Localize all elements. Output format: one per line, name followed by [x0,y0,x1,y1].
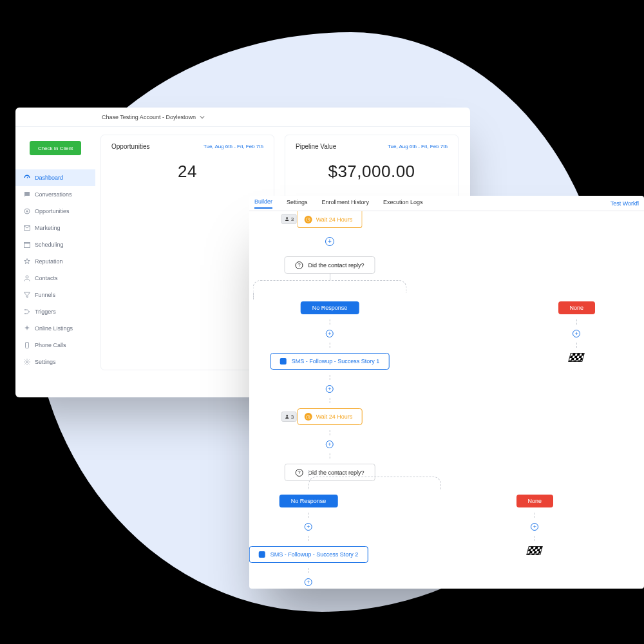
sidebar-item-label: Opportunities [35,208,70,214]
sidebar-item-label: Marketing [35,225,61,231]
svg-point-5 [24,309,26,310]
branch-none[interactable]: None [516,495,554,507]
svg-rect-8 [26,343,29,348]
sidebar-item-phone-calls[interactable]: Phone Calls [15,337,95,354]
branch-icon [23,308,31,316]
target-icon [23,207,31,215]
sidebar-item-marketing[interactable]: Marketing [15,220,95,236]
workflow-canvas[interactable]: 3 ◷ Wait 24 Hours ? Did the contact repl… [249,211,644,589]
branch-no-response[interactable]: No Response [301,301,359,314]
add-step-button[interactable] [326,440,334,448]
sidebar-item-scheduling[interactable]: Scheduling [15,236,95,253]
phone-icon [23,341,31,349]
sidebar-nav: Dashboard Conversations Opportunities Ma… [15,169,95,370]
sidebar-item-label: Contacts [35,275,58,281]
card-title: Pipeline Value [296,143,336,150]
sparkle-icon [23,325,31,332]
sidebar-item-label: Funnels [35,292,55,298]
clock-icon: ◷ [305,216,312,223]
tab-execution-logs[interactable]: Execution Logs [383,199,423,208]
sidebar-item-label: Conversations [35,191,72,198]
svg-point-10 [286,217,288,219]
sms-step[interactable]: SMS - Followup - Success Story 1 [270,353,390,370]
sidebar-item-funnels[interactable]: Funnels [15,287,95,303]
sidebar-item-reputation[interactable]: Reputation [15,253,95,270]
sidebar-item-label: Dashboard [35,175,63,181]
opportunities-card: Opportunities Tue, Aug 6th - Fri, Feb 7t… [100,135,274,370]
svg-point-1 [26,211,28,213]
sms-icon [280,358,287,365]
sidebar-item-settings[interactable]: Settings [15,354,95,370]
sidebar-item-label: Online Listings [35,325,73,332]
date-range-link[interactable]: Tue, Aug 6th - Fri, Feb 7th [388,144,448,149]
add-step-button[interactable] [326,330,334,337]
add-step-button[interactable] [305,578,312,586]
svg-point-4 [26,276,28,278]
svg-rect-3 [24,243,30,248]
sidebar-item-label: Scheduling [35,242,64,248]
sidebar-item-label: Reputation [35,258,63,265]
filter-icon [23,291,31,299]
sidebar-item-online-listings[interactable]: Online Listings [15,320,95,337]
add-step-button[interactable] [305,523,312,531]
chevron-down-icon [200,115,205,120]
branch-none[interactable]: None [558,301,596,314]
sidebar-item-label: Phone Calls [35,342,66,348]
svg-point-9 [26,361,28,363]
sms-icon [259,551,265,558]
gauge-icon [23,174,31,182]
condition-step[interactable]: ? Did the contact reply? [284,256,375,274]
sidebar-item-triggers[interactable]: Triggers [15,303,95,320]
finish-flag-icon [568,353,585,362]
wait-step[interactable]: 3 ◷ Wait 24 Hours [298,408,363,425]
calendar-icon [23,241,31,249]
add-step-button[interactable] [325,237,334,246]
tab-builder[interactable]: Builder [254,198,272,209]
sidebar-item-label: Triggers [35,308,56,315]
svg-point-7 [28,311,30,312]
add-step-button[interactable] [531,523,538,531]
sidebar-item-dashboard[interactable]: Dashboard [15,169,95,186]
card-title: Opportunities [111,143,149,150]
mail-icon [23,224,31,232]
gear-icon [23,358,31,366]
user-icon [285,216,290,222]
clock-icon: ◷ [305,413,312,421]
finish-flag-icon [526,546,543,555]
enrolled-count-badge[interactable]: 3 [281,214,297,224]
account-switcher[interactable]: Chase Testing Account - Doylestown [102,114,196,120]
question-icon: ? [295,261,303,269]
sidebar-item-contacts[interactable]: Contacts [15,270,95,287]
wait-step[interactable]: 3 ◷ Wait 24 Hours [298,211,363,228]
check-in-client-button[interactable]: Check In Client [30,141,81,155]
tab-settings[interactable]: Settings [287,199,308,208]
workflow-window: Builder Settings Enrollment History Exec… [249,196,644,589]
sms-step[interactable]: SMS - Followup - Success Story 2 [249,546,368,563]
user-icon [23,274,31,282]
enrolled-count-badge[interactable]: 3 [281,412,297,422]
tab-enrollment-history[interactable]: Enrollment History [322,199,370,208]
pipeline-value: $37,000.00 [296,162,448,182]
sidebar-item-conversations[interactable]: Conversations [15,186,95,203]
add-step-button[interactable] [326,385,334,393]
add-step-button[interactable] [573,330,580,337]
chat-icon [23,191,31,198]
opportunities-value: 24 [111,162,263,182]
sidebar-item-opportunities[interactable]: Opportunities [15,203,95,220]
date-range-link[interactable]: Tue, Aug 6th - Fri, Feb 7th [204,144,263,149]
test-workflow-button[interactable]: Test Workfl [611,200,639,207]
sidebar-item-label: Settings [35,359,56,365]
svg-point-6 [24,313,26,314]
branch-no-response[interactable]: No Response [279,495,338,507]
svg-point-11 [286,415,288,417]
star-icon [23,258,31,265]
user-icon [285,414,290,419]
